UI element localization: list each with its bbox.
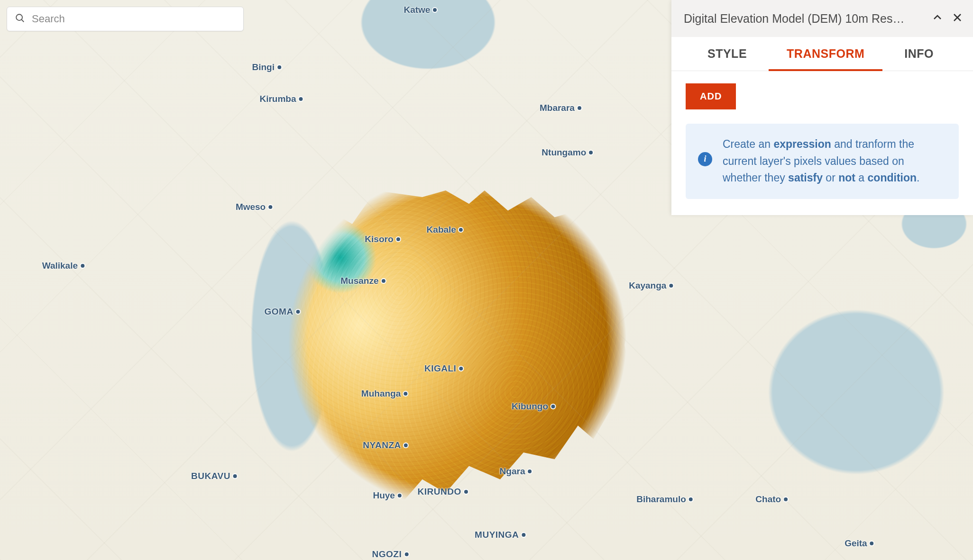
search-icon [15, 13, 25, 25]
tab-style[interactable]: STYLE [689, 37, 765, 71]
place-label: Katwe [404, 5, 437, 15]
panel-title: Digital Elevation Model (DEM) 10m Res… [684, 12, 925, 26]
panel-body: ADD i Create an expression and tranform … [671, 71, 973, 215]
close-button[interactable] [950, 11, 964, 26]
search-input[interactable] [32, 13, 236, 25]
place-label: Kisoro [365, 234, 400, 244]
tab-info[interactable]: INFO [886, 37, 952, 71]
place-label: Bingi [252, 62, 281, 72]
search-box[interactable] [7, 7, 244, 31]
close-icon [952, 12, 963, 25]
place-marker-icon [396, 237, 400, 241]
place-marker-icon [433, 8, 437, 12]
place-label: Mbarara [540, 103, 581, 113]
chevron-up-icon [932, 12, 943, 25]
place-label: NYANZA [363, 440, 407, 451]
dem-raster-layer [243, 190, 633, 526]
place-marker-icon [589, 151, 593, 154]
place-marker-icon [551, 405, 555, 408]
panel-tabs: STYLE TRANSFORM INFO [671, 37, 973, 71]
place-label: NGOZI [372, 549, 409, 560]
place-label: Muhanga [361, 388, 407, 399]
place-marker-icon [459, 228, 463, 232]
place-marker-icon [268, 205, 272, 209]
place-label: Huye [373, 490, 401, 501]
place-marker-icon [689, 497, 693, 501]
place-marker-icon [528, 470, 532, 473]
place-marker-icon [299, 97, 303, 101]
place-marker-icon [464, 490, 468, 494]
place-marker-icon [578, 106, 581, 110]
place-label: BUKAVU [191, 471, 237, 481]
place-label: Walikale [42, 261, 84, 271]
place-marker-icon [459, 367, 463, 370]
place-label: GOMA [265, 307, 300, 317]
place-marker-icon [382, 279, 386, 283]
place-label: Chato [755, 494, 788, 505]
place-label: Mweso [236, 202, 272, 212]
place-label: Kayanga [629, 280, 673, 291]
place-label: Ngara [500, 466, 532, 477]
place-marker-icon [404, 443, 408, 447]
place-marker-icon [784, 497, 788, 501]
place-marker-icon [522, 533, 525, 537]
place-label: KIRUNDO [418, 487, 468, 497]
place-label: Musanze [340, 276, 385, 286]
collapse-button[interactable] [930, 11, 945, 26]
place-marker-icon [398, 494, 402, 497]
layer-panel: Digital Elevation Model (DEM) 10m Res… S… [671, 0, 973, 215]
place-label: Kirumba [259, 94, 303, 104]
place-label: MUYINGA [475, 530, 525, 540]
svg-line-1 [22, 20, 24, 22]
place-marker-icon [81, 264, 84, 268]
place-label: Biharamulo [636, 494, 693, 505]
tab-transform[interactable]: TRANSFORM [769, 37, 882, 71]
place-marker-icon [669, 284, 673, 288]
info-text: Create an expression and tranform the cu… [723, 136, 945, 187]
place-label: Kibungo [512, 401, 555, 412]
place-marker-icon [404, 392, 407, 396]
add-button[interactable]: ADD [686, 83, 736, 109]
place-marker-icon [277, 65, 281, 69]
place-label: Geita [844, 538, 874, 549]
svg-point-0 [16, 14, 22, 20]
info-icon: i [698, 152, 712, 166]
place-marker-icon [870, 542, 874, 545]
panel-header: Digital Elevation Model (DEM) 10m Res… [671, 0, 973, 37]
place-marker-icon [296, 310, 300, 314]
place-label: Ntungamo [542, 147, 593, 158]
place-label: Kabale [427, 225, 463, 235]
place-marker-icon [404, 552, 408, 556]
place-label: KIGALI [424, 363, 463, 374]
info-box: i Create an expression and tranform the … [686, 124, 959, 199]
place-marker-icon [233, 474, 237, 478]
